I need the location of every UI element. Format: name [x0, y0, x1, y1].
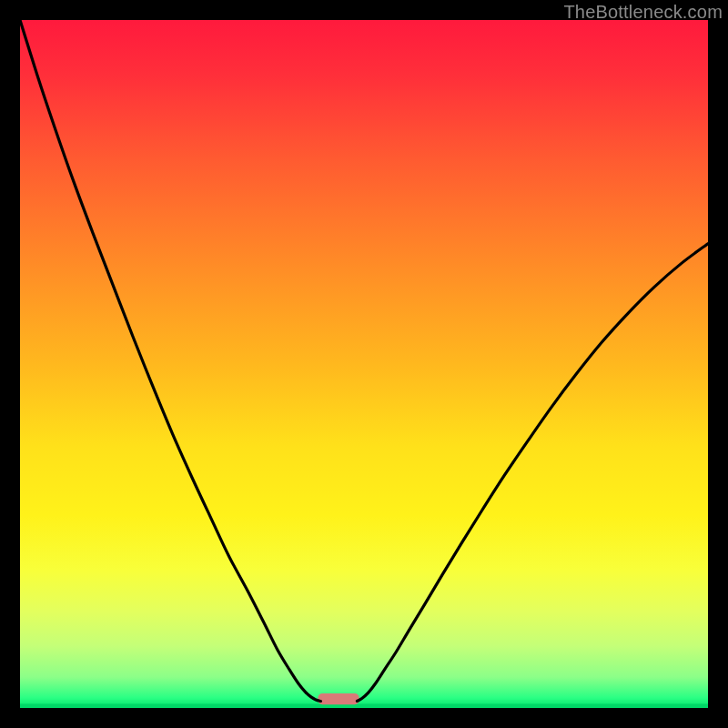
base-marker	[318, 693, 359, 704]
gradient-background	[20, 20, 708, 708]
chart-frame	[20, 20, 708, 708]
bottom-green-strip	[20, 703, 708, 708]
watermark-text: TheBottleneck.com	[563, 2, 723, 23]
chart-svg	[20, 20, 708, 708]
